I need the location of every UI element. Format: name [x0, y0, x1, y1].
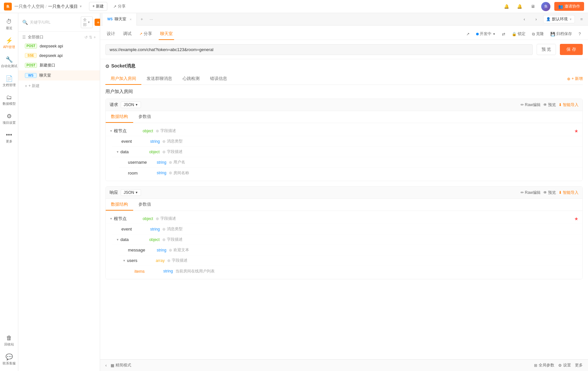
msg-tab-groupchat[interactable]: 发送群聊消息 [141, 73, 177, 85]
response-tab-values[interactable]: 参数值 [133, 199, 156, 211]
save-archive-button[interactable]: 💾 归档保存 [548, 30, 574, 38]
search-input[interactable] [30, 20, 79, 25]
prev-bottom-button[interactable]: ‹ [105, 363, 107, 368]
delete-icon[interactable]: 🗑 [572, 258, 579, 264]
bottom-more-button[interactable]: 更多 [575, 362, 583, 368]
clone-button[interactable]: ⧉ 克隆 [530, 30, 546, 38]
response-raw-edit-button[interactable]: ✏ Raw编辑 [521, 190, 541, 195]
request-format-selector[interactable]: JSON ▼ [121, 102, 141, 108]
tab-chating[interactable]: WS 聊天室 × [103, 13, 137, 26]
avatar[interactable]: 鱼 [541, 2, 550, 11]
share-button[interactable]: ↗ 分享 [110, 2, 129, 10]
sidebar-item-settings[interactable]: ⚙ 项目设置 [1, 110, 17, 128]
request-tab-structure[interactable]: 数据结构 [106, 111, 133, 123]
monitor-icon[interactable]: 🖥 [528, 2, 537, 11]
list-item[interactable]: POST deepseek api [18, 41, 100, 51]
delete-icon[interactable]: 🗑 [572, 226, 579, 232]
response-format-selector[interactable]: JSON ▼ [121, 189, 141, 196]
copy-icon[interactable]: ⧉ [558, 226, 563, 232]
cooperate-button[interactable]: 👥 邀请协作 [554, 2, 584, 11]
star-icon[interactable]: ☆ [564, 170, 571, 176]
project-name[interactable]: 一只鱼个人项目 ▼ [48, 4, 82, 9]
copy-icon[interactable]: ⧉ [558, 170, 563, 176]
star-icon[interactable]: ☆ [564, 226, 571, 232]
info-icon[interactable]: ⊕ [167, 258, 170, 263]
personal-space-link[interactable]: 一只鱼个人空间 [14, 4, 44, 9]
copy-icon[interactable]: ⧉ [558, 139, 563, 144]
tab-add-button[interactable]: + [137, 17, 147, 22]
msg-tab-error[interactable]: 错误信息 [205, 73, 232, 85]
next-button[interactable]: › [531, 15, 541, 24]
star-icon[interactable]: ☆ [564, 237, 571, 243]
expand-arrow[interactable] [116, 238, 119, 241]
expand-arrow[interactable] [110, 129, 113, 133]
global-params-button[interactable]: ⊞ 全局参数 [534, 362, 554, 368]
copy-icon[interactable]: ⧉ [558, 159, 563, 165]
info-icon[interactable]: ⊕ [169, 171, 172, 175]
add-message-button[interactable]: ⊕ + 新增 [567, 76, 583, 82]
bell-icon[interactable]: 🔔 [515, 2, 524, 11]
info-icon[interactable]: ⊕ [169, 248, 172, 252]
sidebar-item-trash[interactable]: 🗑 回收站 [1, 332, 17, 349]
info-icon[interactable]: ⊕ [156, 216, 159, 221]
save-button[interactable]: 保 存 [560, 44, 583, 55]
settings-button[interactable]: ≡ [578, 15, 585, 23]
sidebar-item-autotest[interactable]: 🔧 自动化测试 [1, 53, 17, 71]
tab-more-button[interactable]: ··· [147, 17, 156, 22]
delete-icon[interactable]: 🗑 [572, 139, 579, 144]
star-icon[interactable]: ☆ [564, 149, 571, 155]
copy-icon[interactable]: ⧉ [558, 258, 563, 264]
list-item[interactable]: SSE deepseek api [18, 51, 100, 60]
prev-button[interactable]: ‹ [520, 15, 529, 24]
expand-arrow[interactable] [116, 150, 119, 154]
notification-icon[interactable]: 🔔 [502, 2, 511, 11]
tab-close-icon[interactable]: × [130, 17, 132, 21]
diff-icon[interactable]: ⇄ [500, 31, 507, 37]
sidebar-item-docs[interactable]: 📄 文档管理 [1, 72, 17, 90]
star-icon[interactable]: ☆ [564, 159, 571, 165]
filter-button[interactable]: 全部 ▼ [81, 16, 93, 28]
env-selector[interactable]: 👤 默认环境 ▼ [543, 15, 575, 23]
delete-icon[interactable]: 🗑 [572, 159, 579, 165]
delete-icon[interactable]: 🗑 [572, 170, 579, 176]
expand-arrow[interactable] [123, 259, 126, 262]
star-icon[interactable]: ☆ [564, 247, 571, 253]
delete-icon[interactable]: 🗑 [572, 268, 579, 274]
info-icon[interactable]: ⊕ [162, 237, 166, 242]
status-selector[interactable]: 开发中 ▼ [474, 30, 497, 38]
refresh-icon[interactable]: ↺ [84, 35, 88, 40]
info-icon[interactable]: ⊕ [162, 150, 166, 154]
share-action-button[interactable]: ↗ [464, 31, 472, 37]
sidebar-item-more[interactable]: ••• 更多 [1, 129, 17, 146]
list-item[interactable]: WS 聊天室 [18, 70, 100, 81]
sort-icon[interactable]: ⇅ [89, 35, 92, 40]
request-tab-values[interactable]: 参数值 [133, 111, 156, 123]
request-preview-button[interactable]: 👁 预览 [543, 102, 556, 108]
request-smart-import-button[interactable]: ⬇ 智能导入 [559, 102, 579, 108]
star-icon[interactable]: ☆ [564, 139, 571, 144]
tab-debug[interactable]: 调试 [122, 28, 133, 40]
tab-design[interactable]: 设计 [105, 28, 116, 40]
delete-icon[interactable]: 🗑 [572, 237, 579, 243]
info-icon[interactable]: ⊕ [162, 227, 166, 232]
help-icon[interactable]: ? [577, 31, 583, 37]
copy-icon[interactable]: ⧉ [558, 268, 563, 274]
preview-button[interactable]: 预 览 [537, 44, 556, 55]
group-add-icon[interactable]: + [94, 35, 96, 40]
tab-chatroom[interactable]: 聊天室 [159, 28, 174, 40]
sidebar-item-support[interactable]: 💬 联系客服 [1, 351, 17, 368]
simple-mode-button[interactable]: ▦ 精简模式 [111, 362, 131, 368]
msg-tab-heartbeat[interactable]: 心跳检测 [177, 73, 205, 85]
delete-icon[interactable]: 🗑 [572, 149, 579, 155]
url-input[interactable] [105, 44, 533, 55]
info-icon[interactable]: ⊕ [162, 139, 166, 144]
expand-arrow[interactable] [110, 217, 113, 220]
delete-icon[interactable]: 🗑 [572, 247, 579, 253]
response-preview-button[interactable]: 👁 预览 [543, 190, 556, 195]
response-smart-import-button[interactable]: ⬇ 智能导入 [559, 190, 579, 195]
list-item[interactable]: POST 新建接口 [18, 60, 100, 70]
info-icon[interactable]: ⊕ [169, 160, 172, 165]
new-api-row[interactable]: + + 新建 [18, 81, 100, 91]
copy-icon[interactable]: ⧉ [558, 149, 563, 155]
bottom-settings-button[interactable]: ⚙ 设置 [558, 362, 571, 368]
